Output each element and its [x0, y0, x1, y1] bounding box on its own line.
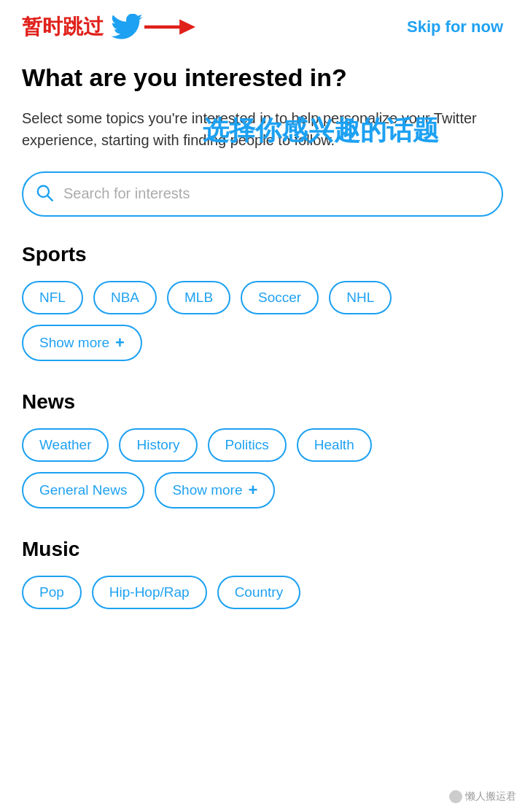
chip-nba[interactable]: NBA: [93, 281, 157, 314]
news-show-more-label: Show more: [172, 482, 242, 498]
watermark-icon: [449, 790, 462, 803]
search-container: [22, 171, 503, 217]
sports-show-more-row: Show more +: [22, 325, 503, 361]
sports-show-more-label: Show more: [39, 335, 109, 351]
search-section: 选择你感兴趣的话题: [22, 171, 503, 217]
music-section: Music Pop Hip-Hop/Rap Country: [22, 538, 503, 609]
sports-section-title: Sports: [22, 243, 503, 266]
arrow-container: [111, 14, 195, 40]
news-show-more-plus-icon: +: [249, 481, 258, 500]
chip-general-news[interactable]: General News: [22, 472, 144, 509]
chinese-label: 暂时跳过: [22, 13, 104, 41]
arrow-right-icon: [144, 14, 195, 40]
chip-hiphop-rap[interactable]: Hip-Hop/Rap: [92, 576, 207, 609]
chip-weather[interactable]: Weather: [22, 428, 109, 462]
news-show-more-button[interactable]: Show more +: [155, 472, 275, 509]
sports-section: Sports NFL NBA MLB Soccer NHL Show more …: [22, 243, 503, 361]
sports-chips-row: NFL NBA MLB Soccer NHL: [22, 281, 503, 314]
music-section-title: Music: [22, 538, 503, 561]
main-content: What are you interested in? Select some …: [0, 48, 525, 660]
news-section: News Weather History Politics Health Gen…: [22, 390, 503, 509]
chip-soccer[interactable]: Soccer: [241, 281, 319, 314]
header-left: 暂时跳过: [22, 13, 195, 41]
watermark: 懒人搬运君: [449, 790, 516, 803]
chip-country[interactable]: Country: [217, 576, 301, 609]
chip-health[interactable]: Health: [297, 428, 372, 462]
skip-for-now-button[interactable]: Skip for now: [407, 18, 503, 36]
chip-mlb[interactable]: MLB: [167, 281, 230, 314]
news-chips-row: Weather History Politics Health: [22, 428, 503, 462]
sports-show-more-plus-icon: +: [115, 333, 125, 352]
svg-marker-1: [179, 20, 195, 35]
svg-line-3: [47, 196, 52, 201]
search-icon: [35, 183, 54, 205]
twitter-bird-icon: [111, 14, 143, 40]
sports-show-more-button[interactable]: Show more +: [22, 325, 142, 361]
news-section-title: News: [22, 390, 503, 414]
chip-nhl[interactable]: NHL: [329, 281, 392, 314]
search-input[interactable]: [22, 171, 503, 217]
header: 暂时跳过 Skip for now: [0, 0, 525, 48]
music-chips-row: Pop Hip-Hop/Rap Country: [22, 576, 503, 609]
page-description: Select some topics you're interested in …: [22, 107, 503, 151]
chip-nfl[interactable]: NFL: [22, 281, 83, 314]
news-second-row: General News Show more +: [22, 472, 503, 509]
watermark-text: 懒人搬运君: [465, 790, 516, 803]
chip-politics[interactable]: Politics: [208, 428, 287, 462]
page-title: What are you interested in?: [22, 63, 503, 93]
chip-history[interactable]: History: [119, 428, 197, 462]
chip-pop[interactable]: Pop: [22, 576, 82, 609]
